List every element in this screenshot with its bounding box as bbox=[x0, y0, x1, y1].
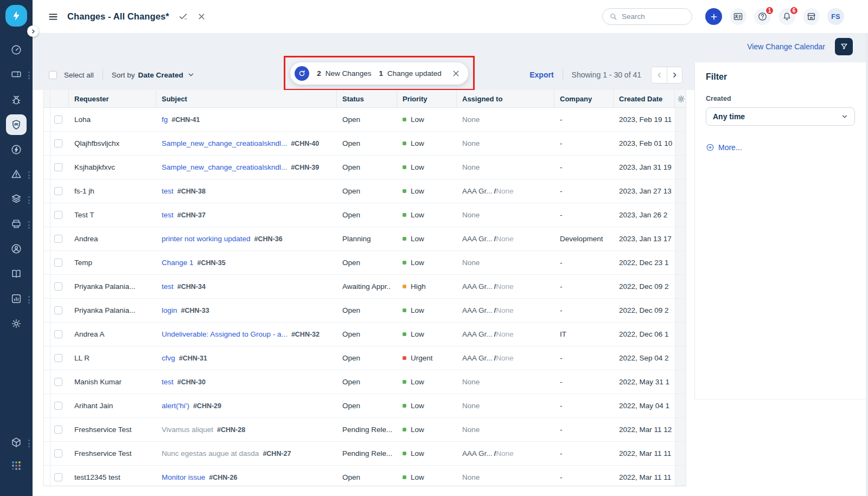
row-checkbox[interactable] bbox=[54, 115, 62, 124]
col-created-date[interactable]: Created Date bbox=[614, 90, 675, 107]
kebab-menu-icon[interactable] bbox=[28, 440, 30, 447]
table-row[interactable]: Andrea A Undeliverable: Assigned to Grou… bbox=[44, 323, 686, 346]
row-checkbox[interactable] bbox=[54, 211, 62, 219]
sidebar-item-tickets[interactable] bbox=[6, 64, 27, 85]
table-row[interactable]: Arihant Jain alert('hi') #CHN-29 Open Lo… bbox=[44, 394, 686, 418]
avatar[interactable]: FS bbox=[827, 8, 844, 25]
close-view-icon[interactable] bbox=[197, 12, 206, 21]
kebab-menu-icon[interactable] bbox=[28, 296, 30, 304]
kebab-menu-icon[interactable] bbox=[28, 171, 30, 179]
row-checkbox[interactable] bbox=[54, 139, 62, 147]
sort-by-dropdown[interactable]: Sort by Date Created bbox=[112, 71, 194, 79]
row-checkbox[interactable] bbox=[54, 259, 62, 267]
sidebar-item-changes[interactable] bbox=[6, 114, 27, 135]
table-row[interactable]: Freshservice Test Nunc egestas augue at … bbox=[44, 442, 686, 466]
sidebar-item-releases[interactable] bbox=[6, 139, 27, 160]
sidebar-item-dashboard[interactable] bbox=[6, 40, 27, 60]
table-row[interactable]: LL R cfvg #CHN-31 Open Urgent AAA Gr.../… bbox=[44, 346, 686, 370]
subject-link[interactable]: Sample_new_change_creatioalskndl... bbox=[162, 163, 287, 171]
sidebar-item-problems[interactable] bbox=[6, 89, 27, 110]
sidebar-item-contributors[interactable] bbox=[6, 239, 27, 259]
row-checkbox[interactable] bbox=[54, 449, 62, 458]
subject-link[interactable]: cfvg bbox=[162, 354, 175, 362]
col-requester[interactable]: Requester bbox=[69, 90, 156, 107]
table-row[interactable]: Loha fg #CHN-41 Open Low None - 2023, Fe… bbox=[44, 108, 686, 132]
view-change-calendar-link[interactable]: View Change Calendar bbox=[747, 42, 825, 51]
table-row[interactable]: Ksjhabjkfxvc Sample_new_change_creatioal… bbox=[44, 156, 686, 179]
apply-view-check-icon[interactable] bbox=[178, 11, 188, 22]
sidebar-item-assets[interactable] bbox=[6, 189, 27, 209]
sidebar-item-sandbox[interactable] bbox=[6, 432, 27, 453]
col-priority[interactable]: Priority bbox=[397, 90, 457, 107]
row-checkbox[interactable] bbox=[54, 163, 62, 171]
subject-link[interactable]: printer not working updated bbox=[162, 235, 251, 243]
sidebar-item-admin[interactable] bbox=[6, 313, 27, 334]
row-checkbox[interactable] bbox=[54, 306, 62, 314]
filter-toggle-button[interactable] bbox=[835, 38, 853, 55]
subject-link[interactable]: Undeliverable: Assigned to Group - a... bbox=[162, 330, 288, 338]
subject-link[interactable]: Nunc egestas augue at dasda bbox=[162, 449, 259, 458]
sidebar-item-solutions[interactable] bbox=[6, 263, 27, 284]
help-icon[interactable]: 1 bbox=[754, 8, 771, 25]
column-settings-gear-icon[interactable] bbox=[675, 90, 686, 107]
menu-icon[interactable] bbox=[48, 11, 59, 22]
table-row[interactable]: Test T test #CHN-37 Open Low None - 2023… bbox=[44, 203, 686, 227]
table-row[interactable]: Priyanka Palania... test #CHN-34 Awaitin… bbox=[44, 275, 686, 299]
toast-close-icon[interactable] bbox=[451, 69, 461, 78]
table-row[interactable]: Manish Kumar test #CHN-30 Open Low None … bbox=[44, 370, 686, 394]
table-row[interactable]: Priyanka Palania... login #CHN-33 Open L… bbox=[44, 299, 686, 323]
select-all-checkbox[interactable] bbox=[49, 71, 57, 79]
kebab-menu-icon[interactable] bbox=[28, 72, 30, 79]
subject-link[interactable]: Change 1 bbox=[162, 259, 194, 267]
export-link[interactable]: Export bbox=[529, 70, 553, 79]
sidebar-item-alerts[interactable] bbox=[6, 164, 27, 184]
table-row[interactable]: Freshservice Test Vivamus aliquet #CHN-2… bbox=[44, 418, 686, 442]
table-row[interactable]: Temp Change 1 #CHN-35 Open Low None - 20… bbox=[44, 251, 686, 275]
subject-link[interactable]: Sample_new_change_creatioalskndl... bbox=[162, 139, 287, 147]
next-page-button[interactable] bbox=[667, 67, 682, 83]
table-row[interactable]: Qlajhfbsvljchx Sample_new_change_creatio… bbox=[44, 132, 686, 156]
sidebar-expand-button[interactable] bbox=[27, 25, 39, 37]
subject-link[interactable]: test bbox=[162, 378, 174, 386]
contact-card-icon[interactable] bbox=[730, 8, 746, 25]
col-company[interactable]: Company bbox=[554, 90, 614, 107]
table-row[interactable]: test12345 test Monitor issue #CHN-26 Ope… bbox=[44, 466, 686, 486]
row-checkbox[interactable] bbox=[54, 235, 62, 243]
row-checkbox[interactable] bbox=[54, 354, 62, 362]
row-checkbox[interactable] bbox=[54, 426, 62, 434]
row-checkbox[interactable] bbox=[54, 330, 62, 338]
create-new-button[interactable] bbox=[705, 8, 722, 25]
subject-link[interactable]: test bbox=[162, 282, 174, 291]
new-changes-toast[interactable]: 2 New Changes 1 Change updated bbox=[290, 62, 468, 85]
row-checkbox[interactable] bbox=[54, 282, 62, 291]
prev-page-button[interactable] bbox=[652, 67, 667, 83]
search-box[interactable] bbox=[602, 8, 692, 25]
col-subject[interactable]: Subject bbox=[156, 90, 337, 107]
row-checkbox[interactable] bbox=[54, 187, 62, 195]
row-checkbox[interactable] bbox=[54, 378, 62, 386]
subject-link[interactable]: alert('hi') bbox=[162, 402, 189, 410]
table-row[interactable]: Andrea printer not working updated #CHN-… bbox=[44, 227, 686, 251]
sidebar-item-apps[interactable] bbox=[6, 455, 27, 476]
subject-link[interactable]: fg bbox=[162, 115, 168, 124]
col-status[interactable]: Status bbox=[337, 90, 397, 107]
row-checkbox[interactable] bbox=[54, 473, 62, 481]
kebab-menu-icon[interactable] bbox=[28, 221, 30, 229]
subject-link[interactable]: test bbox=[162, 211, 174, 219]
scrollbar-track[interactable] bbox=[866, 34, 868, 496]
created-filter-select[interactable]: Any time bbox=[706, 107, 855, 126]
kebab-menu-icon[interactable] bbox=[28, 196, 30, 204]
row-checkbox[interactable] bbox=[54, 402, 62, 410]
subject-link[interactable]: login bbox=[162, 306, 177, 314]
col-assigned-to[interactable]: Assigned to bbox=[457, 90, 554, 107]
filter-more-link[interactable]: More... bbox=[706, 143, 742, 152]
subject-link[interactable]: test bbox=[162, 187, 174, 195]
marketplace-icon[interactable] bbox=[803, 8, 820, 25]
subject-link[interactable]: Monitor issue bbox=[162, 473, 205, 481]
search-input[interactable] bbox=[622, 12, 681, 21]
freshservice-logo-icon[interactable] bbox=[5, 5, 27, 27]
table-row[interactable]: fs-1 jh test #CHN-38 Open Low AAA Gr.../… bbox=[44, 179, 686, 203]
subject-link[interactable]: Vivamus aliquet bbox=[162, 426, 213, 434]
notifications-icon[interactable]: 6 bbox=[778, 8, 795, 25]
sidebar-item-analytics[interactable] bbox=[6, 288, 27, 309]
